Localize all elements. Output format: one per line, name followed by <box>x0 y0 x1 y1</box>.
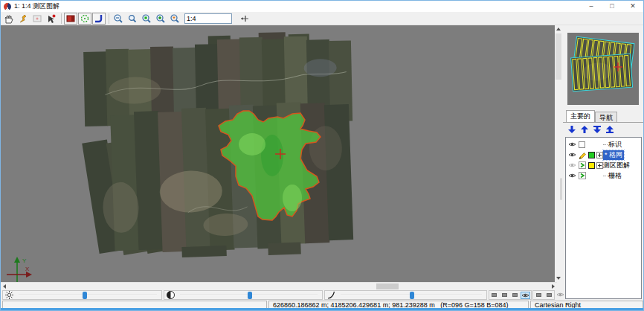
layer-label[interactable]: 标识 <box>608 140 622 150</box>
gamma-thumb[interactable] <box>410 292 414 299</box>
layer-color-swatch[interactable] <box>588 152 595 158</box>
zoom-in-button[interactable] <box>154 13 167 25</box>
brightness-thumb[interactable] <box>83 292 87 299</box>
layer-row-blockscheme[interactable]: 测区图解 <box>566 160 641 170</box>
point-tool-button[interactable] <box>45 13 58 25</box>
window-title: 1: 1:4 测区图解 <box>14 1 59 11</box>
scroll-right-icon[interactable] <box>552 284 555 289</box>
expand-icon[interactable] <box>596 162 603 169</box>
zoom-region-button[interactable] <box>140 13 153 25</box>
arrow-up-icon <box>580 125 589 134</box>
scroll-down-icon[interactable] <box>556 277 561 280</box>
svg-text:X: X <box>25 266 30 272</box>
zoom-window-button[interactable] <box>126 13 139 25</box>
arrow-down-bar-icon <box>593 125 602 134</box>
layer-label-selected[interactable]: * 格网 <box>603 150 624 160</box>
brightness-icon <box>4 290 14 300</box>
visibility-eye-icon[interactable] <box>568 173 576 179</box>
tab-main[interactable]: 主要的 <box>566 110 595 122</box>
gamma-slider[interactable] <box>341 295 482 296</box>
right-panel: 主要的 导航 标识 <box>563 25 644 301</box>
toolbar <box>1 12 643 25</box>
channel-icon <box>512 293 518 297</box>
tree-connector <box>603 176 608 176</box>
svg-text:Y: Y <box>22 257 27 264</box>
expand-icon[interactable] <box>596 152 603 158</box>
display-button-2[interactable] <box>544 292 553 299</box>
magnifier-green-plus-icon <box>155 13 166 24</box>
panel-tabs: 主要的 导航 <box>566 110 617 122</box>
move-to-top-button[interactable] <box>604 124 615 135</box>
magnifier-orange-icon <box>170 13 180 24</box>
channel-button-1[interactable] <box>490 292 499 299</box>
zoom-out-button[interactable] <box>112 13 125 25</box>
arrow-state-icon <box>579 161 586 169</box>
brightness-slider[interactable] <box>19 295 157 296</box>
overview-drawing <box>567 33 639 105</box>
close-button[interactable]: ✕ <box>622 1 643 12</box>
map-canvas[interactable]: Y X <box>1 25 555 282</box>
layer-checkbox[interactable] <box>579 141 585 148</box>
contrast-icon <box>166 290 176 300</box>
magnifier-green-rect-icon <box>141 13 152 24</box>
axes-icon: Y X <box>7 257 32 282</box>
app-window: 1: 1:4 测区图解 – □ ✕ <box>0 0 644 311</box>
view-eye-button[interactable] <box>521 292 530 299</box>
profile-tool-button[interactable] <box>238 13 251 25</box>
channel-button-group <box>489 290 532 300</box>
layer-order-buttons <box>566 124 615 135</box>
move-to-bottom-button[interactable] <box>591 124 602 135</box>
eye-icon <box>556 292 564 298</box>
window-bottom-border <box>1 308 643 310</box>
visibility-eye-icon[interactable] <box>568 152 576 158</box>
app-logo-icon <box>4 3 11 10</box>
tab-navigation[interactable]: 导航 <box>595 112 617 122</box>
overview-thumbnail[interactable] <box>567 33 639 105</box>
move-down-button[interactable] <box>566 124 577 135</box>
scale-input[interactable] <box>184 13 232 24</box>
display-button-1[interactable] <box>534 292 543 299</box>
visibility-eye-icon[interactable] <box>568 162 576 168</box>
grid-tool-icon <box>32 13 42 24</box>
minimize-button[interactable]: – <box>581 1 602 12</box>
hand-icon <box>4 13 14 24</box>
layer-color-swatch[interactable] <box>588 162 595 169</box>
grid-tool-button[interactable] <box>30 13 44 25</box>
tree-connector <box>603 144 608 145</box>
arrow-up-bar-icon <box>605 125 614 134</box>
scroll-up-icon[interactable] <box>556 28 561 31</box>
raster-toggle-button[interactable] <box>64 13 77 25</box>
title-bar[interactable]: 1: 1:4 测区图解 – □ ✕ <box>1 1 643 12</box>
green-dashed-circle-icon <box>80 13 90 24</box>
vertical-scrollbar[interactable] <box>555 25 562 282</box>
edit-pencil-icon <box>578 151 586 159</box>
vectors-toggle-button[interactable] <box>92 13 106 25</box>
zoom-free-button[interactable] <box>168 13 181 25</box>
block-scheme-drawing: Y X <box>1 25 555 282</box>
maximize-button[interactable]: □ <box>602 1 622 12</box>
contrast-thumb[interactable] <box>248 292 252 299</box>
channel-button-2[interactable] <box>500 292 509 299</box>
visibility-eye-icon[interactable] <box>568 141 576 147</box>
channel-button-3[interactable] <box>510 292 519 299</box>
vertical-scroll-thumb[interactable] <box>556 33 561 80</box>
scroll-left-icon[interactable] <box>3 284 6 289</box>
panel-splitter[interactable] <box>560 178 562 200</box>
eye-disabled-button[interactable] <box>556 291 565 298</box>
horizontal-scroll-thumb[interactable] <box>376 283 399 289</box>
symbols-toggle-button[interactable] <box>78 13 91 25</box>
horizontal-scrollbar[interactable] <box>1 282 557 290</box>
tab-divider <box>563 122 644 123</box>
layer-label[interactable]: 栅格 <box>608 171 622 181</box>
layer-label[interactable]: 测区图解 <box>603 161 630 170</box>
contrast-slider[interactable] <box>180 295 318 296</box>
pan-button[interactable] <box>2 13 16 25</box>
layer-list[interactable]: 标识 * 格网 测区图解 <box>565 137 642 299</box>
layer-row-marks[interactable]: 标识 <box>566 139 641 150</box>
measure-tool-button[interactable] <box>16 13 30 25</box>
orange-hook-icon <box>18 13 28 24</box>
gamma-group <box>324 290 487 300</box>
layer-row-raster[interactable]: 栅格 <box>566 170 641 181</box>
layer-row-grid[interactable]: * 格网 <box>566 150 641 160</box>
move-up-button[interactable] <box>579 124 590 135</box>
